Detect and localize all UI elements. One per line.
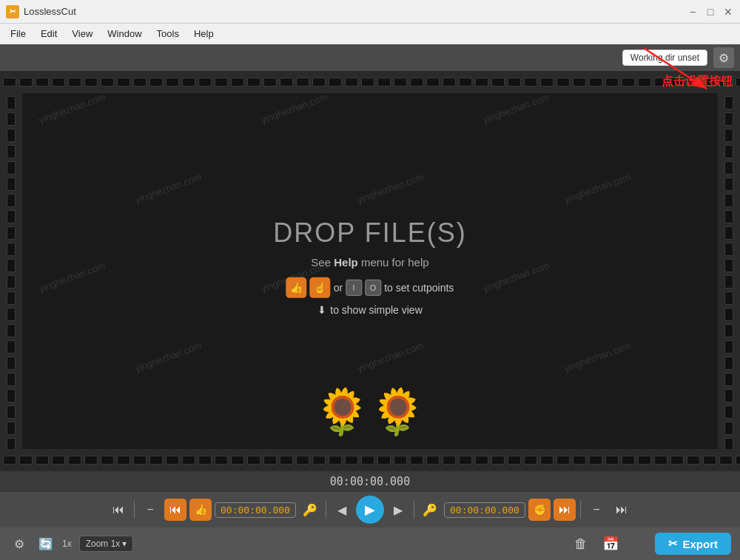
film-hole: [475, 456, 488, 465]
film-hole: [133, 456, 147, 465]
watermark: yinghezhan.com: [562, 340, 632, 374]
key-icon-button-2[interactable]: 🔑: [419, 499, 441, 521]
calendar-button[interactable]: 📅: [599, 533, 622, 555]
set-end-button[interactable]: ⏭: [554, 499, 576, 521]
film-hole: [724, 178, 733, 191]
film-hole: [7, 161, 16, 175]
end-time-input[interactable]: 00:00:00.000: [444, 502, 525, 518]
film-hole: [117, 456, 130, 465]
watermark: yinghezhan.com: [37, 260, 107, 294]
drop-help: See Help menu for help: [273, 255, 466, 268]
film-hole: [426, 456, 440, 465]
film-hole: [68, 78, 81, 87]
film-hole: [52, 456, 65, 465]
simple-view-text: to show simple view: [330, 303, 423, 315]
film-hole: [556, 456, 570, 465]
cutpoint-btn-2[interactable]: ☝: [310, 277, 331, 297]
menu-window[interactable]: Window: [100, 25, 149, 42]
film-hole: [7, 405, 16, 419]
key-icon-button[interactable]: 🔑: [299, 499, 321, 521]
sunflower-emoji: 🌻🌻: [314, 390, 426, 434]
menu-file[interactable]: File: [3, 25, 33, 42]
film-hole: [724, 243, 733, 256]
film-hole: [491, 456, 505, 465]
film-hole: [724, 145, 733, 158]
cutpoint-or: or: [334, 281, 343, 293]
film-hole: [638, 456, 651, 465]
separator: [580, 501, 581, 519]
film-hole: [724, 291, 733, 305]
set-start-button[interactable]: ⏮: [164, 499, 186, 521]
minus-button[interactable]: −: [139, 499, 161, 521]
film-hole: [329, 456, 342, 465]
watermark: yinghezhan.com: [355, 172, 425, 206]
thumbs-up-button-2[interactable]: ✊: [528, 499, 551, 521]
zoom-button[interactable]: Zoom 1x ▾: [79, 536, 134, 552]
skip-to-start-button[interactable]: ⏮: [107, 499, 130, 521]
film-hole: [182, 78, 195, 87]
key-o: O: [365, 279, 381, 295]
film-hole: [724, 259, 733, 272]
trash-button[interactable]: 🗑: [570, 533, 592, 555]
film-hole: [724, 340, 733, 354]
film-hole: [703, 456, 716, 465]
menu-view[interactable]: View: [64, 25, 100, 42]
next-frame-button[interactable]: ▶: [387, 499, 409, 521]
film-hole: [7, 259, 16, 272]
film-hole: [491, 78, 505, 87]
film-hole: [589, 78, 602, 87]
film-hole: [736, 456, 740, 465]
film-hole: [36, 78, 49, 87]
minimize-button[interactable]: −: [687, 6, 699, 18]
film-hole: [556, 78, 570, 87]
export-icon: ✂: [668, 537, 678, 550]
watermark: yinghezhan.com: [259, 92, 329, 126]
watermark: yinghezhan.com: [562, 172, 632, 206]
menu-tools[interactable]: Tools: [149, 25, 186, 42]
film-hole: [724, 373, 733, 386]
menu-help[interactable]: Help: [186, 25, 221, 42]
menu-edit[interactable]: Edit: [33, 25, 64, 42]
film-hole: [52, 78, 65, 87]
close-button[interactable]: ✕: [722, 6, 734, 18]
plus-button[interactable]: −: [585, 499, 608, 521]
film-hole: [68, 456, 81, 465]
film-hole: [215, 78, 228, 87]
film-hole: [724, 210, 733, 223]
loop-icon[interactable]: ⚙: [9, 533, 30, 554]
video-area[interactable]: yinghezhan.com yinghezhan.com yinghezhan…: [0, 71, 740, 471]
maximize-button[interactable]: □: [704, 6, 716, 18]
film-strip-top: [0, 71, 740, 93]
film-hole: [524, 78, 537, 87]
film-strip-bottom: [0, 449, 740, 471]
film-hole: [670, 456, 684, 465]
prev-frame-button[interactable]: ◀: [331, 499, 353, 521]
film-hole: [84, 78, 98, 87]
separator: [134, 501, 135, 519]
film-hole: [622, 78, 635, 87]
film-strip-right: [718, 93, 740, 449]
export-button[interactable]: ✂ Export: [655, 533, 731, 555]
film-hole: [36, 456, 49, 465]
play-button[interactable]: ▶: [356, 496, 384, 524]
skip-to-end-button[interactable]: ⏭: [610, 499, 633, 521]
film-hole: [377, 456, 391, 465]
film-hole: [724, 389, 733, 402]
film-hole: [7, 178, 16, 191]
thumbs-up-button[interactable]: 👍: [189, 499, 212, 521]
film-hole: [724, 112, 733, 126]
export-label: Export: [682, 538, 718, 550]
start-time-input[interactable]: 00:00:00.000: [215, 502, 296, 518]
film-hole: [724, 129, 733, 142]
film-hole: [508, 78, 521, 87]
film-hole: [133, 78, 147, 87]
film-hole: [117, 78, 130, 87]
film-hole: [724, 96, 733, 109]
film-hole: [247, 456, 260, 465]
cutpoint-btn-1[interactable]: 👍: [286, 277, 307, 297]
film-hole: [263, 78, 277, 87]
film-hole: [101, 456, 114, 465]
film-hole: [724, 308, 733, 321]
film-hole: [247, 78, 260, 87]
speed-icon[interactable]: 🔄: [36, 533, 56, 554]
